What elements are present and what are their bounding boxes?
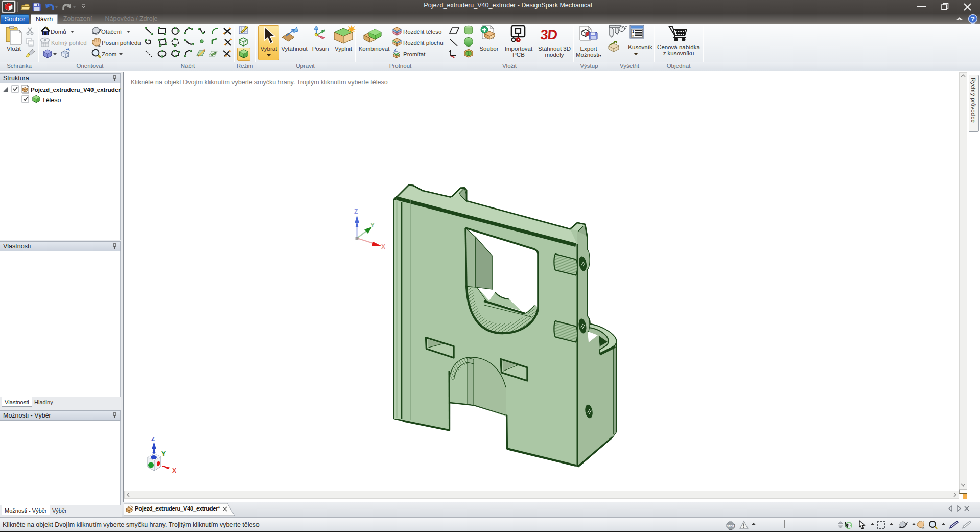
svg-text:Z: Z: [151, 437, 155, 443]
svg-text:Y: Y: [370, 222, 375, 229]
svg-text:?: ?: [971, 15, 975, 23]
svg-text:2: 2: [632, 34, 634, 38]
svg-text:STOP: STOP: [727, 525, 734, 528]
svg-text:X: X: [172, 467, 176, 474]
svg-text:Z: Z: [354, 208, 358, 215]
svg-text:X: X: [381, 243, 385, 250]
svg-text:Y: Y: [161, 450, 166, 457]
svg-text:3D: 3D: [540, 27, 557, 42]
